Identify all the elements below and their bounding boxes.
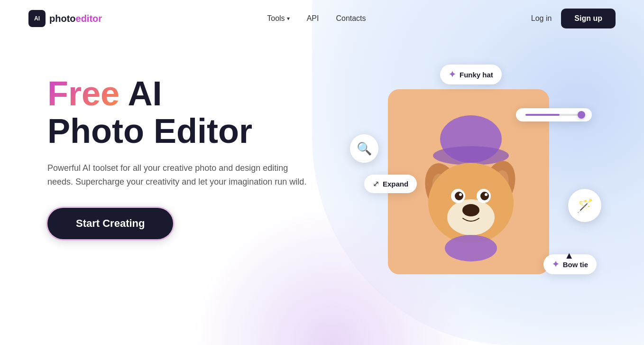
svg-point-15 <box>485 193 488 196</box>
hero-title-ai: AI <box>120 75 162 112</box>
signup-button[interactable]: Sign up <box>561 9 616 28</box>
logo-text: photoeditor <box>49 13 102 24</box>
chevron-down-icon: ▾ <box>287 15 290 22</box>
navbar: AI photoeditor Tools ▾ API Contacts Log … <box>0 0 644 37</box>
magic-wand-icon: 🪄 <box>577 198 593 214</box>
logo-editor: editor <box>76 13 102 24</box>
login-button[interactable]: Log in <box>531 14 552 23</box>
expand-icon: ⤢ <box>373 179 379 188</box>
nav-link-contacts[interactable]: Contacts <box>336 14 366 23</box>
svg-point-9 <box>462 204 479 216</box>
hero-left: Free AI Photo Editor Powerful AI toolset… <box>47 61 359 239</box>
badge-funky-hat: ✦ Funky hat <box>440 65 502 84</box>
slider-thumb <box>578 111 585 119</box>
slider-fill <box>525 114 560 116</box>
nav-actions: Log in Sign up <box>531 9 616 28</box>
logo-photo: photo <box>49 13 76 24</box>
nav-link-api[interactable]: API <box>307 14 319 23</box>
cursor-icon: ▲ <box>564 250 574 261</box>
svg-point-12 <box>455 192 463 200</box>
badge-expand: ⤢ Expand <box>364 175 417 193</box>
logo[interactable]: AI photoeditor <box>28 10 102 27</box>
start-creating-button[interactable]: Start Creating <box>47 208 173 239</box>
sparkle-icon-2: ✦ <box>552 259 559 270</box>
nav-link-tools[interactable]: Tools ▾ <box>267 14 289 23</box>
hero-title: Free AI Photo Editor <box>47 75 359 150</box>
nav-links: Tools ▾ API Contacts <box>267 14 366 23</box>
magic-wand-circle-button[interactable]: 🪄 <box>568 189 601 222</box>
sparkle-icon: ✦ <box>449 69 456 80</box>
zoom-icon: 🔍 <box>357 141 372 156</box>
svg-point-13 <box>480 192 489 200</box>
svg-point-16 <box>445 235 497 261</box>
hero-title-free: Free <box>47 75 120 112</box>
svg-point-14 <box>459 193 462 196</box>
hero-subtitle: Powerful AI toolset for all your creativ… <box>47 161 313 189</box>
logo-icon: AI <box>28 10 46 27</box>
slider-control[interactable] <box>516 108 592 121</box>
slider-track <box>525 114 582 116</box>
hero-title-line2: Photo Editor <box>47 112 359 150</box>
zoom-circle-button[interactable]: 🔍 <box>350 134 378 163</box>
hero-illustration: ✦ Funky hat 🔍 ⤢ Expand 🪄 ✦ Bow tie <box>359 51 606 298</box>
main-content: Free AI Photo Editor Powerful AI toolset… <box>0 37 644 298</box>
